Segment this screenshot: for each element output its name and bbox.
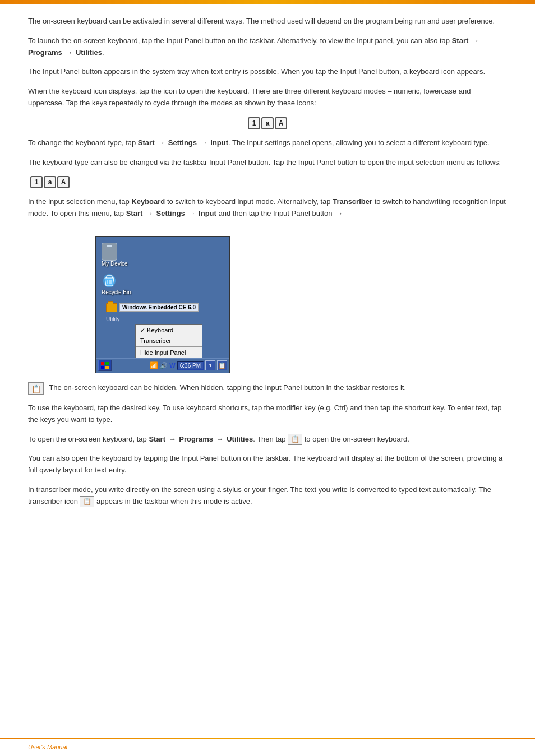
windows-ce-screenshot: My Device Recycle Bin [95, 236, 230, 373]
svg-rect-1 [101, 362, 104, 365]
key-icons-row-1: 1 a A [28, 117, 507, 129]
uppercase-key: A [275, 117, 287, 129]
taskbar: 📶 🔊 W 6:36 PM 1 📋 [96, 358, 229, 373]
paragraph-3: The Input Panel button appears in the sy… [28, 66, 507, 78]
paragraph-2: To launch the on-screen keyboard, tap th… [28, 35, 507, 59]
key-icons-group-2: 1 a A [30, 176, 70, 188]
menu-item-transcriber[interactable]: Transcriber [136, 336, 202, 346]
arrow-icon: → [216, 434, 224, 446]
arrow-icon: → [65, 47, 72, 59]
numeric-key-2: 1 [30, 176, 43, 188]
paragraph-7: In the input selection menu, tap Keyboar… [28, 196, 507, 220]
taskbar-keyboard-icon[interactable]: 1 [205, 360, 215, 370]
arrow-icon: → [158, 137, 165, 149]
taskbar-network-icon: 📶 [150, 361, 158, 369]
win-desktop: My Device Recycle Bin [96, 237, 229, 358]
my-device-label: My Device [102, 261, 128, 267]
paragraph-6: The keyboard type can also be changed vi… [28, 157, 507, 169]
menu-item-keyboard[interactable]: Keyboard [136, 325, 202, 336]
my-device-icon-img [102, 243, 117, 261]
paragraph-5: To change the keyboard type, tap Start →… [28, 137, 507, 149]
page-content: The on-screen keyboard can be activated … [0, 4, 535, 560]
paragraph-12: In transcriber mode, you write directly … [28, 484, 507, 508]
arrow-icon: → [335, 208, 343, 220]
paragraph-11: You can also open the keyboard by tappin… [28, 453, 507, 476]
key-icons-group: 1 a A [248, 117, 287, 129]
start-button[interactable] [98, 360, 112, 371]
footer-label: User's Manual [28, 744, 67, 750]
lowercase-key-2: a [44, 176, 56, 188]
taskbar-right: 📶 🔊 W 6:36 PM 1 📋 [150, 360, 227, 370]
uppercase-key-2: A [57, 176, 70, 188]
paragraph-8: 📋 The on-screen keyboard can be hidden. … [28, 382, 507, 395]
arrow-icon: → [169, 434, 176, 446]
top-decorative-bar [0, 0, 535, 4]
utility-row: Windows Embedded CE 6.0 [102, 301, 224, 314]
taskbar-extra-icon[interactable]: 📋 [217, 360, 227, 370]
recycle-bin-icon-img [102, 272, 117, 289]
context-menu: Keyboard Transcriber Hide Input Panel [135, 324, 202, 358]
arrow-icon: → [188, 208, 195, 220]
svg-rect-4 [105, 366, 109, 369]
note-icon: 📋 [28, 382, 44, 395]
recycle-bin-icon[interactable]: Recycle Bin [102, 272, 135, 295]
key-icons-row-2: 1 a A [28, 176, 507, 188]
win-ce-label: Windows Embedded CE 6.0 [119, 303, 199, 312]
menu-item-hide[interactable]: Hide Input Panel [136, 347, 202, 358]
taskbar-clock: 6:36 PM [177, 361, 204, 370]
paragraph-1: The on-screen keyboard can be activated … [28, 16, 507, 27]
utility-sublabel-row: Utility [102, 314, 224, 324]
svg-rect-2 [105, 362, 109, 365]
paragraph-9: To use the keyboard, tap the desired key… [28, 402, 507, 426]
paragraph-4: When the keyboard icon displays, tap the… [28, 86, 507, 109]
arrow-icon: → [472, 35, 479, 47]
taskbar-volume-icon: 🔊 [160, 362, 168, 369]
paragraph-10: To open the on-screen keyboard, tap Star… [28, 434, 507, 446]
taskbar-word-icon: W [169, 362, 175, 369]
arrow-icon: → [146, 208, 153, 220]
screenshot-container: My Device Recycle Bin [95, 236, 230, 373]
arrow-icon: → [200, 137, 207, 149]
menu-separator [136, 346, 202, 347]
lowercase-key: a [261, 117, 274, 129]
utility-text: Utility [106, 316, 119, 322]
folder-icon [106, 303, 117, 312]
svg-rect-3 [101, 366, 104, 369]
recycle-bin-label: Recycle Bin [102, 289, 131, 295]
my-device-icon[interactable]: My Device [102, 243, 135, 267]
numeric-key: 1 [248, 117, 260, 129]
inline-note-icon: 📋 [288, 434, 302, 445]
transcriber-icon-inline: 📋 [80, 496, 94, 507]
bottom-decorative-bar [0, 738, 535, 739]
